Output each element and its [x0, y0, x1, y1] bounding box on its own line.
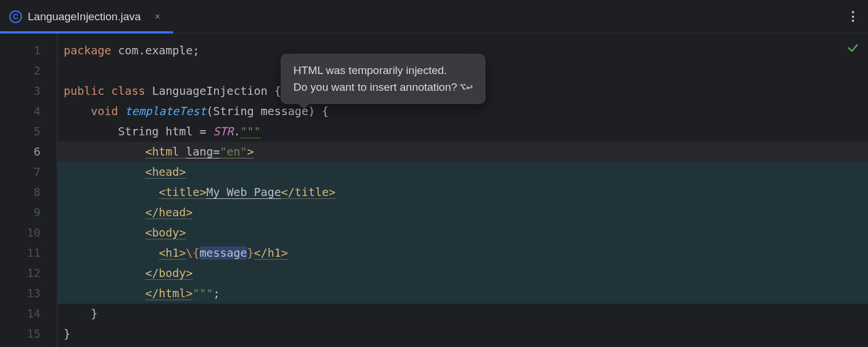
code-line[interactable]: String html = STR.""": [64, 121, 868, 142]
tab-bar: C LanguageInjection.java ×: [0, 0, 868, 34]
code-line[interactable]: </html>""";: [58, 283, 868, 304]
shortcut-label: ⌥↩: [459, 80, 473, 93]
tab-close-button[interactable]: ×: [151, 10, 163, 24]
line-number[interactable]: 11: [0, 243, 57, 263]
code-line[interactable]: <h1>\{message}</h1>: [58, 243, 868, 263]
popup-text-line1: HTML was temporarily injected.: [293, 62, 473, 79]
tab-options-button[interactable]: [844, 5, 862, 28]
tab-languageinjection[interactable]: C LanguageInjection.java ×: [0, 0, 173, 33]
code-line[interactable]: </head>: [58, 202, 868, 223]
editor[interactable]: 1 2 3 4 5 6 7 8 9 10 11 12 13 14 15 pack…: [0, 34, 868, 347]
line-number[interactable]: 3: [0, 81, 57, 101]
code-line[interactable]: <head>: [58, 162, 868, 182]
code-line[interactable]: }: [64, 324, 868, 344]
line-number[interactable]: 5: [0, 121, 57, 142]
gutter: 1 2 3 4 5 6 7 8 9 10 11 12 13 14 15: [0, 34, 58, 347]
line-number[interactable]: 4: [0, 101, 57, 121]
code-line[interactable]: }: [64, 304, 868, 324]
line-number[interactable]: 13: [0, 283, 57, 304]
code-line[interactable]: </body>: [58, 263, 868, 283]
line-number[interactable]: 14: [0, 304, 57, 324]
code-line[interactable]: void templateTest(String message) {: [64, 101, 868, 121]
code-line-current[interactable]: <html lang="en">: [58, 142, 868, 162]
line-number[interactable]: 7: [0, 162, 57, 182]
line-number[interactable]: 15: [0, 324, 57, 344]
line-number[interactable]: 10: [0, 223, 57, 243]
code-line[interactable]: <body>: [58, 223, 868, 243]
line-number[interactable]: 12: [0, 263, 57, 283]
line-number[interactable]: 6: [0, 142, 57, 162]
line-number[interactable]: 8: [0, 182, 57, 202]
class-icon: C: [9, 10, 22, 23]
code-area[interactable]: package com.example; public class Langua…: [58, 34, 868, 347]
popup-text-line2: Do you want to insert annotation?⌥↩: [293, 79, 473, 95]
line-number[interactable]: 2: [0, 61, 57, 81]
line-number[interactable]: 9: [0, 202, 57, 223]
tab-label: LanguageInjection.java: [28, 10, 141, 23]
annotation-popup[interactable]: HTML was temporarily injected. Do you wa…: [281, 54, 486, 104]
code-line[interactable]: <title>My Web Page</title>: [58, 182, 868, 202]
line-number[interactable]: 1: [0, 40, 57, 61]
checkmark-icon[interactable]: [847, 42, 859, 54]
